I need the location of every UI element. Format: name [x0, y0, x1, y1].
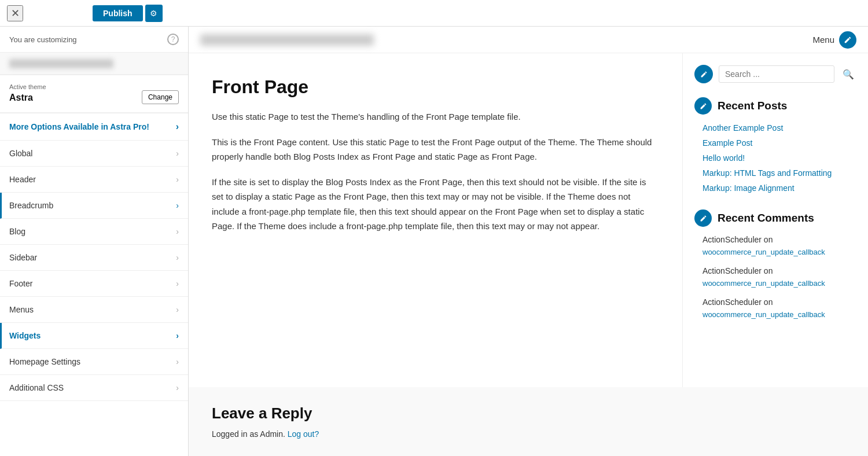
preview-nav-menu: Menu [812, 31, 856, 49]
post-link[interactable]: Another Example Post [703, 123, 783, 133]
search-widget-edit-icon[interactable] [694, 65, 713, 83]
leave-reply-section: Leave a Reply Logged in as Admin. Log ou… [189, 387, 868, 456]
sidebar-item-footer[interactable]: Footer › [0, 271, 188, 297]
search-widget: 🔍 [694, 65, 856, 83]
sidebar-item-footer-label: Footer [9, 279, 32, 288]
chevron-right-icon: › [176, 305, 179, 314]
recent-comments-edit-icon[interactable] [694, 209, 712, 227]
astra-pro-chevron-icon: › [176, 122, 179, 132]
list-item: Example Post [703, 138, 856, 148]
sidebar-header: You are customizing ? [0, 27, 188, 53]
list-item: Hello world! [703, 153, 856, 163]
preview-sidebar: 🔍 Recent Posts Another Example Post Exam… [683, 53, 868, 387]
comment-post-link[interactable]: woocommerce_run_update_callback [703, 279, 825, 288]
site-preview-bar [0, 53, 188, 75]
customizer-sidebar: You are customizing ? Active theme Astra… [0, 27, 189, 456]
change-theme-button[interactable]: Change [142, 90, 179, 104]
list-item: Markup: HTML Tags and Formatting [703, 168, 856, 178]
site-logo-blur [200, 34, 374, 46]
chevron-right-icon: › [176, 253, 179, 262]
sidebar-item-header[interactable]: Header › [0, 167, 188, 193]
site-preview-blur [9, 59, 113, 68]
list-item: Another Example Post [703, 123, 856, 133]
customizing-label: You are customizing [9, 35, 77, 44]
comment-item: ActionScheduler on woocommerce_run_updat… [694, 297, 856, 319]
sidebar-item-header-label: Header [9, 175, 36, 184]
post-link[interactable]: Markup: Image Alignment [703, 183, 795, 193]
article-body: Use this static Page to test the Theme's… [212, 109, 659, 234]
sidebar-item-blog[interactable]: Blog › [0, 219, 188, 245]
active-theme-name: Astra [9, 93, 33, 103]
comment-author: ActionScheduler on [703, 297, 856, 307]
post-link[interactable]: Hello world! [703, 153, 745, 163]
chevron-right-icon: › [176, 279, 179, 288]
sidebar-item-additional-css[interactable]: Additional CSS › [0, 375, 188, 401]
comment-link: woocommerce_run_update_callback [703, 309, 856, 319]
logged-in-text: Logged in as Admin. Log out? [212, 429, 845, 439]
comment-link: woocommerce_run_update_callback [703, 278, 856, 288]
recent-comments-title: Recent Comments [718, 212, 814, 225]
comment-item: ActionScheduler on woocommerce_run_updat… [694, 235, 856, 257]
sidebar-item-sidebar[interactable]: Sidebar › [0, 245, 188, 271]
comment-item: ActionScheduler on woocommerce_run_updat… [694, 266, 856, 288]
post-link[interactable]: Markup: HTML Tags and Formatting [703, 168, 832, 178]
article-paragraph-3: If the site is set to display the Blog P… [212, 175, 659, 234]
publish-button[interactable]: Publish [93, 5, 143, 21]
sidebar-item-homepage-settings-label: Homepage Settings [9, 357, 80, 366]
comment-link: woocommerce_run_update_callback [703, 247, 856, 257]
post-link[interactable]: Example Post [703, 138, 752, 148]
sidebar-item-homepage-settings[interactable]: Homepage Settings › [0, 349, 188, 375]
sidebar-item-menus[interactable]: Menus › [0, 297, 188, 323]
sidebar-item-sidebar-label: Sidebar [9, 253, 37, 262]
logout-link[interactable]: Log out? [288, 429, 319, 439]
search-button[interactable]: 🔍 [840, 67, 856, 82]
sidebar-item-widgets-label: Widgets [9, 331, 41, 340]
preview-nav: Menu [189, 27, 868, 53]
sidebar-item-menus-label: Menus [9, 305, 34, 314]
chevron-right-icon: › [176, 149, 179, 158]
menu-label: Menu [812, 35, 834, 45]
recent-posts-edit-icon[interactable] [694, 97, 712, 115]
preview-main: Front Page Use this static Page to test … [189, 53, 683, 387]
active-theme-label: Active theme [9, 83, 179, 90]
article-paragraph-2: This is the Front Page content. Use this… [212, 135, 659, 164]
list-item: Markup: Image Alignment [703, 183, 856, 193]
search-input[interactable] [719, 65, 834, 83]
astra-pro-label: More Options Available in Astra Pro! [9, 122, 149, 131]
preview-area: Menu Front Page Use this static Page to … [189, 27, 868, 456]
sidebar-item-blog-label: Blog [9, 227, 25, 236]
chevron-right-icon: › [176, 357, 179, 366]
sidebar-item-global-label: Global [9, 149, 32, 158]
sidebar-item-breadcrumb-label: Breadcrumb [9, 201, 53, 210]
chevron-right-icon: › [176, 383, 179, 392]
comment-author: ActionScheduler on [703, 266, 856, 275]
chevron-right-icon: › [176, 331, 179, 340]
recent-posts-title-row: Recent Posts [694, 97, 856, 115]
sidebar-item-additional-css-label: Additional CSS [9, 383, 64, 392]
preview-content: Front Page Use this static Page to test … [189, 53, 868, 387]
help-icon[interactable]: ? [167, 34, 179, 45]
chevron-right-icon: › [176, 227, 179, 236]
chevron-right-icon: › [176, 201, 179, 210]
recent-comments-title-row: Recent Comments [694, 209, 856, 227]
article-paragraph-1: Use this static Page to test the Theme's… [212, 109, 659, 124]
gear-button[interactable]: ⚙ [145, 5, 163, 22]
sidebar-item-global[interactable]: Global › [0, 141, 188, 167]
active-theme-section: Active theme Astra Change [0, 75, 188, 113]
article-title: Front Page [212, 76, 659, 98]
comment-post-link[interactable]: woocommerce_run_update_callback [703, 248, 825, 256]
recent-posts-title: Recent Posts [718, 100, 787, 112]
comment-author: ActionScheduler on [703, 235, 856, 244]
chevron-right-icon: › [176, 175, 179, 184]
recent-posts-list: Another Example Post Example Post Hello … [694, 123, 856, 193]
sidebar-item-widgets[interactable]: Widgets › [0, 323, 188, 349]
nav-edit-icon[interactable] [839, 31, 856, 49]
comment-post-link[interactable]: woocommerce_run_update_callback [703, 310, 825, 319]
sidebar-item-breadcrumb[interactable]: Breadcrumb › [0, 193, 188, 219]
leave-reply-title: Leave a Reply [212, 404, 845, 422]
main-layout: You are customizing ? Active theme Astra… [0, 27, 868, 456]
astra-pro-item[interactable]: More Options Available in Astra Pro! › [0, 113, 188, 141]
close-button[interactable]: ✕ [7, 5, 23, 21]
top-bar: ✕ Publish ⚙ [0, 0, 868, 27]
